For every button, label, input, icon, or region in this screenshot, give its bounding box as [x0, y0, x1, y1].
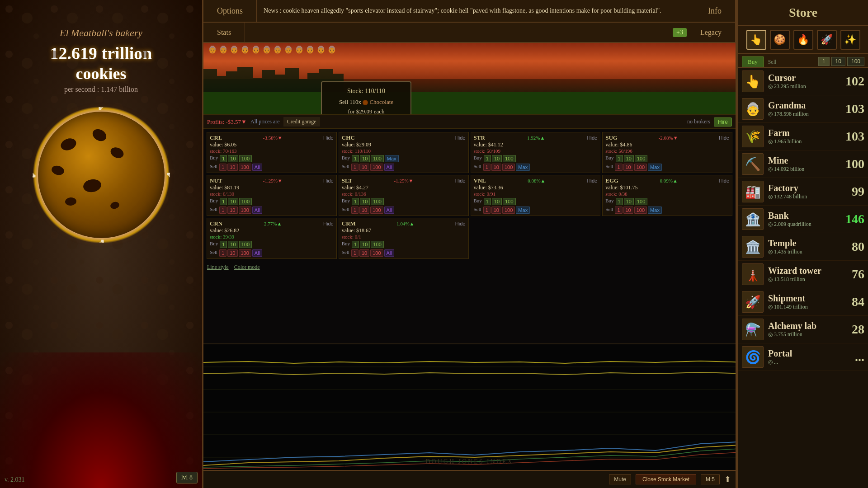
stats-button[interactable]: Stats	[203, 23, 245, 42]
line-style-link[interactable]: Line style	[207, 264, 229, 271]
legacy-button[interactable]: Legacy	[687, 23, 736, 42]
store-item-icon: 🌾	[742, 126, 764, 147]
magic-icon-tab[interactable]: ✨	[840, 30, 860, 50]
qty-1-button[interactable]: 1	[818, 57, 830, 66]
store-item-icon: 🚀	[742, 291, 764, 313]
color-mode-link[interactable]: Color mode	[234, 264, 260, 271]
cookie[interactable]	[38, 112, 165, 238]
cookie-container[interactable]: ☛ ☛ ☛ ☛	[29, 103, 174, 247]
store-item-name: Mine	[768, 155, 840, 166]
chart-label: DOUGH JONES INDEX	[425, 458, 513, 465]
hire-button[interactable]: Hire	[714, 117, 732, 127]
buy-tab[interactable]: Buy	[742, 56, 764, 67]
store-item-price: ◎ 178.598 million	[768, 111, 840, 117]
dough-jones-chart	[203, 344, 736, 470]
store-item-shipment[interactable]: 🚀 Shipment ◎ 101.149 trillion 84	[738, 288, 868, 316]
store-item-price: ◎ 3.755 trillion	[768, 331, 840, 338]
credit-garage: Credit garage	[283, 117, 320, 127]
version-text: v. 2.031	[5, 476, 25, 483]
stock-card-slt: SLT -1.25%▼ Hide value: $4.27 stock: 0/1…	[339, 175, 469, 216]
cookie-cursor-bottom: ☛	[98, 237, 104, 245]
store-item-name: Farm	[768, 128, 840, 138]
store-item-bank[interactable]: 🏦 Bank ◎ 2.009 quadrillion 146	[738, 206, 868, 233]
store-item-name: Temple	[768, 238, 840, 249]
news-ticker: News : cookie heaven allegedly "sports e…	[257, 0, 694, 22]
stock-card-crn: CRN 2.77%▲ Hide value: $26.82 stock: 39/…	[207, 218, 337, 259]
store-item-name: Cursor	[768, 73, 840, 83]
store-item-cursor[interactable]: 👆 Cursor ◎ 23.295 million 102	[738, 68, 868, 95]
bottom-bar: Mute Close Stock Market M:5 ⬆	[203, 470, 736, 488]
cookie-count: 12.619 trillion cookies	[50, 43, 152, 83]
options-button[interactable]: Options	[203, 0, 257, 22]
sm-header: Profits: -$3.57▼ All prices are Credit g…	[203, 115, 736, 129]
qty-10-button[interactable]: 10	[831, 57, 845, 66]
store-item-icon: ⚗️	[742, 319, 764, 340]
expand-icon[interactable]: ⬆	[724, 474, 731, 484]
stock-card-crm: CRM 1.04%▲ Hide value: $18.67 stock: 0/1…	[339, 218, 469, 259]
store-item-temple[interactable]: 🏛️ Temple ◎ 1.435 trillion 80	[738, 233, 868, 261]
qty-100-button[interactable]: 100	[847, 57, 864, 66]
game-viewport: 👵👵👵 👵👵👵 👵👵👵 👵👵👵 Stock: 110/110	[203, 43, 736, 115]
mute-button[interactable]: Mute	[609, 474, 631, 484]
fire-icon-tab[interactable]: 🔥	[793, 30, 813, 50]
store-item-price: ◎ ...	[768, 359, 840, 366]
cookie-cursor-top: ☛	[98, 105, 104, 113]
store-item-factory[interactable]: 🏭 Factory ◎ 132.748 billion 99	[738, 178, 868, 206]
store-item-count: 84	[844, 295, 864, 309]
store-item-count: 99	[844, 184, 864, 199]
store-item-name: Grandma	[768, 100, 840, 111]
cursor-icon-tab[interactable]: 👆	[746, 30, 766, 50]
store-item-icon: 🏛️	[742, 236, 764, 258]
stock-card-crl: CRL -3.58%▼ Hide value: $6.05 stock: 70/…	[207, 132, 337, 173]
rocket-icon-tab[interactable]: 🚀	[817, 30, 837, 50]
stocks-grid: CRL -3.58%▼ Hide value: $6.05 stock: 70/…	[203, 129, 736, 262]
left-panel: El Meatball's bakery 12.619 trillion coo…	[0, 0, 203, 488]
tooltip-price: for $29.09 each	[329, 108, 403, 115]
store-item-name: Factory	[768, 183, 840, 193]
legacy-badge: +3	[673, 28, 687, 37]
cookie-cursor-right: ☛	[165, 172, 172, 178]
store-item-name: Bank	[768, 211, 840, 221]
store-title: Store	[738, 0, 868, 26]
store-item-name: Portal	[768, 348, 840, 359]
bakery-name: El Meatball's bakery	[60, 27, 142, 39]
store-item-price: ◎ 13.518 trillion	[768, 276, 840, 283]
store-item-name: Wizard tower	[768, 266, 840, 276]
store-item-wizard-tower[interactable]: 🗼 Wizard tower ◎ 13.518 trillion 76	[738, 261, 868, 288]
store-item-farm[interactable]: 🌾 Farm ◎ 1.965 billion 103	[738, 123, 868, 150]
store-item-price: ◎ 14.092 billion	[768, 166, 840, 173]
choc-icon	[363, 100, 368, 105]
store-item-icon: 🏦	[742, 208, 764, 230]
qty-buttons: 1 10 100	[818, 57, 864, 66]
info-button[interactable]: Info	[694, 0, 736, 22]
m5-button[interactable]: M:5	[701, 474, 720, 484]
tooltip-stock-label: Stock: 110/110	[329, 88, 403, 95]
store-item-icon: 🌀	[742, 346, 764, 368]
store-item-count: 146	[844, 212, 864, 226]
store-item-price: ◎ 23.295 million	[768, 83, 840, 90]
store-item-alchemy-lab[interactable]: ⚗️ Alchemy lab ◎ 3.755 trillion 28	[738, 316, 868, 343]
store-item-price: ◎ 101.149 trillion	[768, 304, 840, 310]
middle-panel: Options News : cookie heaven allegedly "…	[203, 0, 737, 488]
right-panel: Store 👆 🍪 🔥 🚀 ✨ Buy Sell 1 10 100 👆 Curs…	[737, 0, 868, 488]
stock-market: Profits: -$3.57▼ All prices are Credit g…	[203, 115, 736, 343]
store-item-count: 103	[844, 102, 864, 116]
tooltip-sell-line: Sell 110x Chocolate	[329, 99, 403, 106]
store-item-count: 103	[844, 129, 864, 144]
stock-card-str: STR 1.92%▲ Hide value: $41.12 stock: 50/…	[471, 132, 601, 173]
stock-card-vnl: VNL 0.08%▲ Hide value: $73.36 stock: 0/9…	[471, 175, 601, 216]
per-second: per second : 1.147 billion	[64, 85, 138, 94]
grandma-icons: 👵👵👵 👵👵👵 👵👵👵 👵👵👵	[203, 43, 736, 56]
store-icons-row: 👆 🍪 🔥 🚀 ✨	[738, 26, 868, 54]
close-stock-market-button[interactable]: Close Stock Market	[636, 474, 696, 484]
bottom-red	[0, 352, 202, 488]
store-item-portal[interactable]: 🌀 Portal ◎ ... ...	[738, 343, 868, 371]
top-nav: Options News : cookie heaven allegedly "…	[203, 0, 736, 23]
store-item-grandma[interactable]: 👵 Grandma ◎ 178.598 million 103	[738, 95, 868, 123]
store-item-mine[interactable]: ⛏️ Mine ◎ 14.092 billion 100	[738, 150, 868, 178]
store-item-count: 76	[844, 267, 864, 282]
stock-card-nut: NUT -1.25%▼ Hide value: $81.19 stock: 0/…	[207, 175, 337, 216]
sell-label: Sell	[764, 57, 781, 67]
cookie-icon-tab[interactable]: 🍪	[770, 30, 790, 50]
stock-card-egg: EGG 0.09%▲ Hide value: $101.75 stock: 0/…	[602, 175, 732, 216]
